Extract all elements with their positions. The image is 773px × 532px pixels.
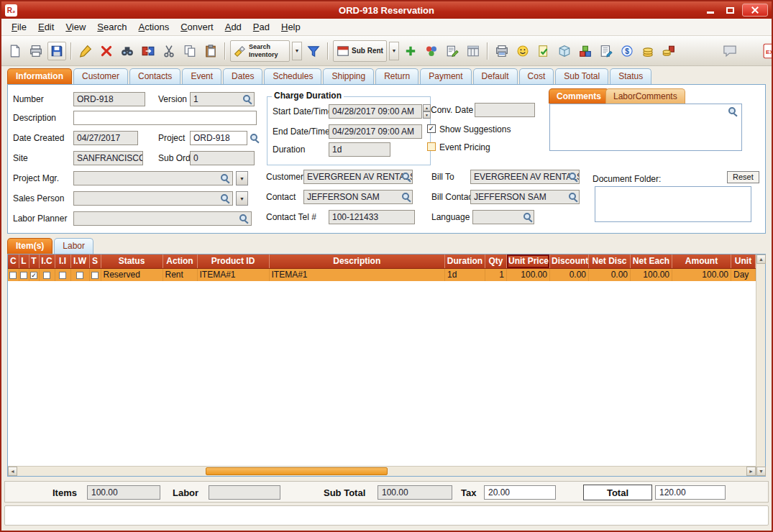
scroll-left-arrow[interactable]: ◄: [8, 467, 17, 476]
l-checkbox[interactable]: [20, 272, 27, 279]
tab-customer[interactable]: Customer: [73, 68, 128, 84]
reset-button[interactable]: Reset: [727, 171, 759, 183]
col-ii[interactable]: I.I: [55, 254, 70, 268]
col-action[interactable]: Action: [163, 254, 197, 268]
exit-button[interactable]: EXIT: [763, 42, 773, 60]
ii-checkbox[interactable]: [59, 272, 66, 279]
sub-rent-dropdown[interactable]: ▼: [389, 42, 399, 60]
inventory-stack-icon[interactable]: [576, 42, 595, 60]
tab-payment[interactable]: Payment: [420, 68, 471, 84]
tab-return[interactable]: Return: [375, 68, 418, 84]
pad-icon[interactable]: [464, 42, 482, 60]
cell-unit[interactable]: Day: [731, 268, 756, 281]
col-qty[interactable]: Qty: [485, 254, 507, 268]
labor-total-field[interactable]: [209, 485, 280, 500]
filter-icon[interactable]: [304, 42, 323, 60]
cell-ic[interactable]: [39, 268, 55, 281]
coins-icon[interactable]: [639, 42, 657, 60]
sub-rent-button[interactable]: Sub Rent: [333, 40, 387, 62]
convert-icon[interactable]: [139, 42, 157, 60]
cash-register-icon[interactable]: [659, 42, 678, 60]
maximize-button[interactable]: [723, 4, 737, 16]
project-mgr-dropdown[interactable]: ▼: [236, 171, 248, 185]
menu-edit[interactable]: Edit: [32, 20, 60, 34]
print-icon[interactable]: [27, 42, 45, 60]
availability-icon[interactable]: [422, 42, 441, 60]
col-status[interactable]: Status: [101, 254, 163, 268]
currency-convert-icon[interactable]: $: [618, 42, 636, 60]
edit-list-icon[interactable]: [597, 42, 616, 60]
cell-t[interactable]: ✓: [29, 268, 39, 281]
bill-contact-field[interactable]: JEFFERSON SAM: [470, 190, 580, 204]
approval-icon[interactable]: [534, 42, 553, 60]
col-net-each[interactable]: Net Each: [631, 254, 672, 268]
horizontal-scrollbar[interactable]: ◄ ►: [8, 466, 756, 476]
comment-icon[interactable]: [721, 42, 739, 60]
description-field[interactable]: [73, 111, 257, 125]
cell-ii[interactable]: [55, 268, 70, 281]
conv-date-field[interactable]: [475, 103, 535, 117]
col-unit[interactable]: Unit: [731, 254, 756, 268]
t-checkbox[interactable]: ✓: [30, 272, 37, 279]
project-field[interactable]: ORD-918: [190, 131, 247, 145]
tab-cost[interactable]: Cost: [519, 68, 554, 84]
project-mgr-search-icon[interactable]: [220, 173, 230, 183]
new-document-icon[interactable]: [6, 42, 24, 60]
s-checkbox[interactable]: [91, 272, 99, 279]
find-icon[interactable]: [118, 42, 137, 60]
cut-icon[interactable]: [160, 42, 178, 60]
show-suggestions-checkbox[interactable]: ✓: [427, 124, 436, 133]
cell-action[interactable]: Rent: [163, 268, 197, 281]
col-l[interactable]: L: [19, 254, 29, 268]
col-product-id[interactable]: Product ID: [197, 254, 269, 268]
start-date-field[interactable]: 04/28/2017 09:00 AM: [329, 104, 422, 119]
edit-icon[interactable]: [76, 42, 95, 60]
cell-amount[interactable]: 100.00: [672, 268, 731, 281]
iw-checkbox[interactable]: [76, 272, 83, 279]
paste-icon[interactable]: [201, 42, 220, 60]
cell-product-id[interactable]: ITEMA#1: [197, 268, 269, 281]
scroll-down-arrow[interactable]: ▼: [756, 467, 766, 476]
sub-orders-field[interactable]: 0: [190, 151, 255, 165]
number-field[interactable]: ORD-918: [73, 92, 145, 106]
project-search-icon[interactable]: [250, 133, 260, 143]
c-checkbox[interactable]: [9, 272, 17, 279]
tab-labor-comments[interactable]: LaborComments: [605, 88, 685, 104]
cell-unit-price[interactable]: 100.00: [507, 268, 550, 281]
col-s[interactable]: S: [89, 254, 101, 268]
language-search-icon[interactable]: [523, 212, 533, 222]
print-preview-icon[interactable]: [493, 42, 511, 60]
tab-shipping[interactable]: Shipping: [323, 68, 374, 84]
close-button[interactable]: [742, 4, 768, 17]
col-t[interactable]: T: [29, 254, 39, 268]
menu-convert[interactable]: Convert: [175, 20, 219, 34]
tab-dates[interactable]: Dates: [223, 68, 262, 84]
col-unit-price[interactable]: Unit Price: [507, 254, 550, 268]
save-icon[interactable]: [47, 42, 66, 60]
scroll-right-arrow[interactable]: ►: [746, 467, 756, 476]
tab-labor[interactable]: Labor: [54, 238, 93, 254]
copy-icon[interactable]: [180, 42, 199, 60]
comments-search-icon[interactable]: [728, 106, 738, 116]
customer-field[interactable]: EVERGREEN AV RENTALS: [303, 170, 413, 184]
project-mgr-field[interactable]: [73, 171, 233, 185]
labor-planner-search-icon[interactable]: [239, 214, 249, 224]
col-amount[interactable]: Amount: [672, 254, 731, 268]
event-pricing-checkbox[interactable]: [427, 142, 436, 151]
customer-search-icon[interactable]: [401, 172, 411, 182]
ic-checkbox[interactable]: [43, 272, 50, 279]
date-created-field[interactable]: 04/27/2017: [73, 131, 138, 145]
menu-view[interactable]: View: [60, 20, 91, 34]
tax-field[interactable]: 20.00: [484, 485, 556, 500]
scroll-up-arrow[interactable]: ▲: [756, 254, 766, 264]
menu-add[interactable]: Add: [219, 20, 247, 34]
menu-actions[interactable]: Actions: [133, 20, 175, 34]
cell-s[interactable]: [89, 268, 101, 281]
search-inventory-dropdown[interactable]: ▼: [292, 42, 302, 60]
labor-planner-field[interactable]: [73, 211, 252, 226]
package-icon[interactable]: [555, 42, 574, 60]
col-iw[interactable]: I.W: [70, 254, 89, 268]
bill-contact-search-icon[interactable]: [568, 192, 578, 202]
table-row[interactable]: ✓ Reserved Rent ITEMA#1 ITEMA#1 1d 1 100…: [8, 268, 756, 281]
menu-pad[interactable]: Pad: [247, 20, 275, 34]
